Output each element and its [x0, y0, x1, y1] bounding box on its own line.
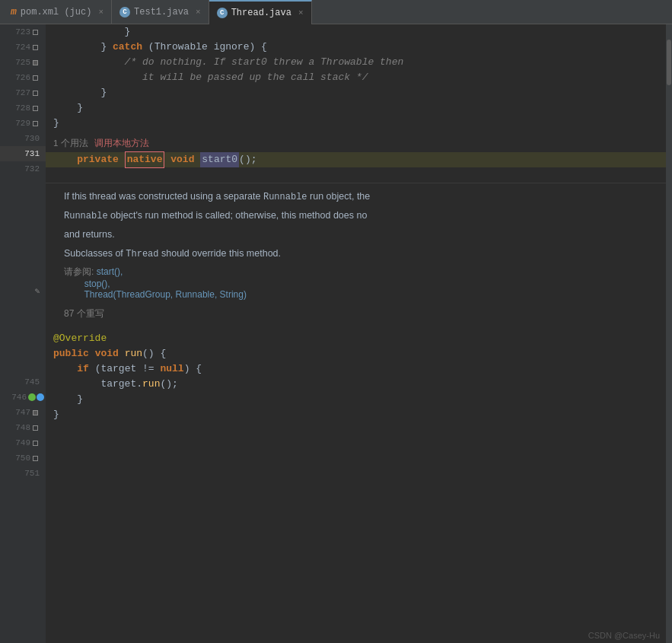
tab-pom[interactable]: m pom.xml (juc) × — [3, 0, 112, 24]
code-line-745: @Override — [46, 331, 666, 346]
start0-highlight: start0 — [200, 152, 239, 167]
gutter-spacer-5 — [0, 237, 46, 253]
gutter-line-747: 747 — [0, 405, 46, 420]
gutter-line-724: 724 — [0, 40, 46, 55]
see-also-thread[interactable]: Thread(ThreadGroup, Runnable, String) — [84, 289, 246, 300]
code-line-749: } — [46, 392, 666, 407]
doc-text-4: Subclasses of Thread should override thi… — [64, 247, 654, 261]
gutter-spacer-9 — [0, 298, 46, 314]
gutter-line-723: 723 — [0, 24, 46, 40]
tab-thread[interactable]: C Thread.java × — [209, 0, 312, 24]
gutter-spacer-13 — [0, 359, 46, 374]
pencil-icon: ✎ — [34, 286, 40, 296]
gutter-line-730: 730 — [0, 131, 46, 146]
code-line-730: 1 个用法 调用本地方法 — [46, 131, 666, 152]
code-line-725: /* do nothing. If start0 threw a Throwab… — [46, 55, 666, 70]
native-keyword-box: native — [125, 151, 165, 168]
doc-panel: If this thread was constructed using a s… — [46, 183, 666, 331]
gutter-icon-726[interactable] — [33, 75, 38, 81]
tab-thread-close[interactable]: × — [298, 8, 304, 18]
gutter-line-731: 731 — [0, 146, 46, 161]
gutter-icon-749[interactable] — [33, 441, 38, 446]
tab-test1[interactable]: C Test1.java × — [112, 0, 209, 24]
gutter-icon-723[interactable] — [33, 30, 38, 35]
code-line-748: target.run(); — [46, 377, 666, 392]
watermark: CSDN @Casey-Hu — [588, 631, 660, 640]
gutter-icon-725[interactable] — [33, 60, 38, 65]
code-line-750: } — [46, 407, 666, 422]
gutter-line-749: 749 — [0, 435, 46, 450]
doc-text-1: If this thread was constructed using a s… — [64, 189, 654, 204]
editor: 723 724 725 726 727 728 729 730 — [0, 24, 672, 643]
call-label: 调用本地方法 — [94, 135, 149, 151]
usage-label: 1 个用法 — [53, 135, 88, 151]
tab-test1-label: Test1.java — [134, 7, 189, 18]
see-also-label: 请参阅: — [64, 266, 97, 277]
tab-test1-close[interactable]: × — [196, 8, 201, 17]
gutter-icon-748[interactable] — [33, 425, 38, 431]
gutter-spacer-2 — [0, 192, 46, 207]
gutter-spacer-1 — [0, 177, 46, 192]
gutter-icon-750[interactable] — [33, 456, 38, 461]
code-line-726: it will be passed up the call stack */ — [46, 70, 666, 85]
debug-icon-746[interactable] — [37, 393, 44, 401]
see-also-start[interactable]: start(), — [97, 266, 123, 277]
gutter-icon-724[interactable] — [33, 45, 38, 50]
gutter-spacer-12 — [0, 344, 46, 359]
code-line-724: } catch (Throwable ignore) { — [46, 40, 666, 55]
gutter-line-732: 732 — [0, 161, 46, 177]
gutter-spacer-4 — [0, 222, 46, 237]
gutter-spacer-10 — [0, 314, 46, 329]
gutter-icon-728[interactable] — [33, 106, 38, 111]
gutter-line-726: 726 — [0, 70, 46, 85]
tab-pom-label: pom.xml (juc) — [21, 7, 92, 18]
gutter-icon-747[interactable] — [33, 410, 38, 415]
gutter-line-750: 750 — [0, 450, 46, 466]
run-icon-746[interactable] — [28, 393, 36, 401]
gutter-line-748: 748 — [0, 420, 46, 435]
gutter-spacer-11 — [0, 329, 46, 344]
tab-pom-close[interactable]: × — [98, 8, 104, 17]
tab-bar: m pom.xml (juc) × C Test1.java × C Threa… — [0, 0, 672, 24]
gutter-line-725: 725 — [0, 55, 46, 70]
see-also: 请参阅: start(), stop(), Thread(ThreadGroup… — [64, 266, 654, 300]
gutter-line-728: 728 — [0, 100, 46, 116]
doc-text-3: and returns. — [64, 228, 654, 242]
code-line-732 — [46, 167, 666, 183]
code-line-729: } — [46, 116, 666, 131]
see-also-stop[interactable]: stop(), — [84, 279, 110, 289]
code-line-727: } — [46, 85, 666, 100]
code-line-746: public void run() { — [46, 346, 666, 361]
code-line-731: private native void start0(); — [46, 152, 666, 167]
override-count: 87 个重写 — [64, 307, 654, 320]
gutter-line-745: 745 — [0, 374, 46, 390]
scroll-thumb[interactable] — [667, 40, 671, 85]
scrollbar[interactable] — [666, 24, 672, 643]
gutter-line-751: 751 — [0, 466, 46, 481]
gutter-icon-727[interactable] — [33, 91, 38, 96]
tab-icon-c-test1: C — [119, 7, 130, 18]
code-line-747: if (target != null) { — [46, 361, 666, 377]
doc-text-2: Runnable object's run method is called; … — [64, 208, 654, 223]
gutter-spacer-8: ✎ — [0, 283, 46, 298]
gutter: 723 724 725 726 727 728 729 730 — [0, 24, 46, 643]
gutter-line-746: 746 — [0, 390, 46, 405]
gutter-line-729: 729 — [0, 116, 46, 131]
gutter-spacer-6 — [0, 253, 46, 268]
code-line-723: } — [46, 24, 666, 40]
gutter-spacer-7 — [0, 268, 46, 283]
code-area: } } catch (Throwable ignore) { /* do not… — [46, 24, 666, 643]
gutter-icon-729[interactable] — [33, 121, 38, 126]
tab-icon-c-thread: C — [217, 8, 228, 18]
gutter-line-727: 727 — [0, 85, 46, 100]
code-line-728: } — [46, 100, 666, 116]
gutter-spacer-3 — [0, 207, 46, 222]
tab-icon-m: m — [11, 6, 17, 18]
code-line-751 — [46, 422, 666, 438]
tab-thread-label: Thread.java — [231, 8, 291, 18]
